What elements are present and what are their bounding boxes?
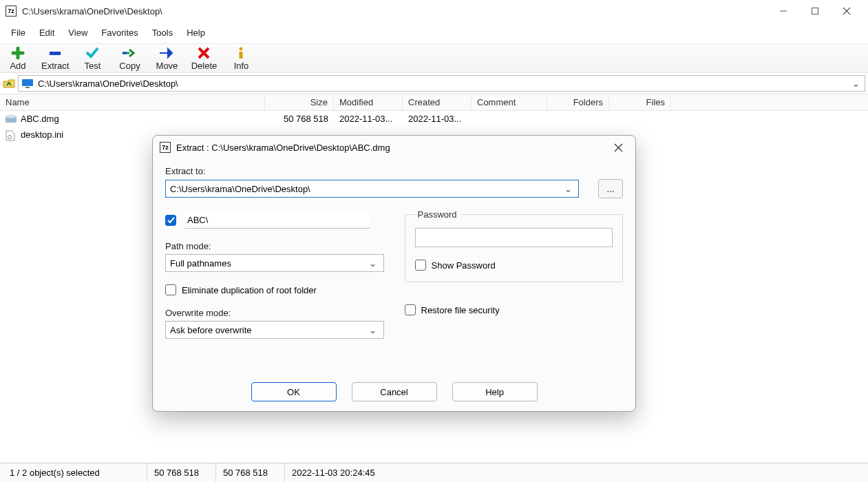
toolbar-delete[interactable]: Delete — [190, 47, 218, 71]
svg-rect-1 — [812, 8, 818, 14]
toolbar-test[interactable]: Test — [78, 47, 106, 71]
path-mode-value: Full pathnames — [170, 258, 367, 269]
ok-button[interactable]: OK — [251, 382, 337, 401]
check-icon — [85, 47, 100, 59]
maximize-button[interactable] — [799, 0, 831, 22]
overwrite-mode-value: Ask before overwrite — [170, 325, 367, 335]
toolbar-copy-label: Copy — [119, 61, 140, 71]
extract-to-input[interactable] — [170, 184, 562, 194]
toolbar-test-label: Test — [85, 61, 101, 71]
menu-favorites[interactable]: Favorites — [94, 25, 145, 41]
password-legend: Password — [415, 209, 460, 220]
toolbar-info-label: Info — [234, 61, 249, 71]
window-title: C:\Users\krama\OneDrive\Desktop\ — [22, 6, 768, 17]
chevron-down-icon[interactable]: ⌄ — [562, 184, 574, 194]
menubar: File Edit View Favorites Tools Help — [0, 22, 868, 44]
plus-icon — [10, 47, 25, 59]
show-password-checkbox[interactable] — [415, 260, 426, 271]
toolbar-info[interactable]: Info — [227, 47, 255, 71]
minus-icon — [47, 47, 63, 59]
disk-image-icon — [6, 114, 17, 124]
dialog-close-button[interactable] — [608, 137, 628, 158]
menu-edit[interactable]: Edit — [32, 25, 61, 41]
path-dropdown-icon[interactable]: ⌄ — [849, 78, 862, 89]
folder-up-icon[interactable] — [3, 77, 15, 90]
chevron-down-icon[interactable]: ⌄ — [367, 258, 379, 269]
show-password-label: Show Password — [432, 260, 496, 271]
delete-icon — [196, 47, 211, 59]
col-files[interactable]: Files — [609, 94, 671, 110]
statusbar: 1 / 2 object(s) selected 50 768 518 50 7… — [0, 463, 868, 482]
password-input[interactable] — [415, 228, 613, 247]
app-icon: 7z — [160, 142, 171, 153]
eliminate-dup-checkbox[interactable] — [165, 284, 176, 295]
path-mode-combo[interactable]: Full pathnames ⌄ — [165, 254, 384, 272]
toolbar-move[interactable]: Move — [153, 47, 180, 71]
eliminate-dup-label: Eliminate duplication of root folder — [182, 285, 317, 295]
menu-tools[interactable]: Tools — [145, 25, 180, 41]
toolbar: Add Extract Test Copy Move Delete Info — [0, 44, 868, 73]
list-header: Name Size Modified Created Comment Folde… — [0, 94, 868, 111]
restore-security-label: Restore file security — [421, 305, 500, 315]
toolbar-copy[interactable]: Copy — [116, 47, 143, 71]
overwrite-mode-label: Overwrite mode: — [165, 308, 384, 318]
toolbar-extract-label: Extract — [41, 61, 69, 71]
dialog-title: Extract : C:\Users\krama\OneDrive\Deskto… — [176, 143, 608, 153]
svg-rect-6 — [240, 52, 243, 59]
chevron-down-icon[interactable]: ⌄ — [367, 325, 379, 335]
menu-file[interactable]: File — [4, 25, 32, 41]
col-name[interactable]: Name — [0, 94, 265, 110]
extract-to-combo[interactable]: ⌄ — [165, 180, 579, 198]
path-mode-label: Path mode: — [165, 241, 384, 251]
close-button[interactable] — [831, 0, 862, 22]
dialog-titlebar: 7z Extract : C:\Users\krama\OneDrive\Des… — [153, 136, 635, 159]
info-icon — [233, 47, 248, 59]
file-modified: 2022-11-03... — [334, 112, 403, 125]
overwrite-mode-combo[interactable]: Ask before overwrite ⌄ — [165, 321, 384, 339]
move-arrow-icon — [159, 47, 174, 59]
pathbar: ⌄ — [0, 73, 868, 94]
status-size2: 50 768 518 — [216, 463, 285, 482]
toolbar-add[interactable]: Add — [4, 47, 32, 71]
status-selection: 1 / 2 object(s) selected — [3, 463, 147, 482]
browse-button[interactable]: ... — [598, 179, 623, 198]
toolbar-delete-label: Delete — [191, 61, 218, 71]
col-modified[interactable]: Modified — [334, 94, 403, 110]
toolbar-move-label: Move — [156, 61, 178, 71]
toolbar-extract[interactable]: Extract — [41, 47, 69, 71]
col-folders[interactable]: Folders — [547, 94, 609, 110]
status-date: 2022-11-03 20:24:45 — [285, 463, 382, 482]
window-controls — [768, 0, 862, 22]
monitor-icon — [21, 78, 34, 88]
ini-file-icon — [6, 130, 17, 140]
subfolder-checkbox[interactable] — [165, 215, 176, 226]
svg-rect-4 — [50, 52, 61, 55]
file-created: 2022-11-03... — [403, 112, 472, 125]
col-created[interactable]: Created — [403, 94, 472, 110]
file-name: ABC.dmg — [21, 114, 59, 124]
toolbar-add-label: Add — [10, 61, 25, 71]
menu-view[interactable]: View — [61, 25, 94, 41]
list-row[interactable]: ABC.dmg 50 768 518 2022-11-03... 2022-11… — [0, 111, 868, 127]
extract-to-label: Extract to: — [165, 166, 623, 176]
path-input[interactable] — [38, 78, 845, 89]
cancel-button[interactable]: Cancel — [352, 382, 437, 401]
copy-arrow-icon — [122, 47, 137, 59]
col-comment[interactable]: Comment — [472, 94, 547, 110]
svg-point-5 — [240, 48, 243, 51]
svg-rect-7 — [22, 79, 33, 86]
status-size1: 50 768 518 — [147, 463, 216, 482]
menu-help[interactable]: Help — [180, 25, 212, 41]
dialog-buttons: OK Cancel Help — [153, 378, 635, 411]
app-icon: 7z — [6, 6, 17, 17]
extract-dialog: 7z Extract : C:\Users\krama\OneDrive\Des… — [152, 135, 636, 412]
svg-rect-8 — [25, 87, 30, 88]
file-name: desktop.ini — [21, 129, 63, 140]
help-button[interactable]: Help — [452, 382, 538, 401]
minimize-button[interactable] — [768, 0, 799, 22]
restore-security-checkbox[interactable] — [405, 304, 416, 315]
window-titlebar: 7z C:\Users\krama\OneDrive\Desktop\ — [0, 0, 868, 22]
path-input-wrap: ⌄ — [18, 75, 865, 92]
subfolder-input[interactable] — [184, 212, 370, 229]
col-size[interactable]: Size — [265, 94, 334, 110]
